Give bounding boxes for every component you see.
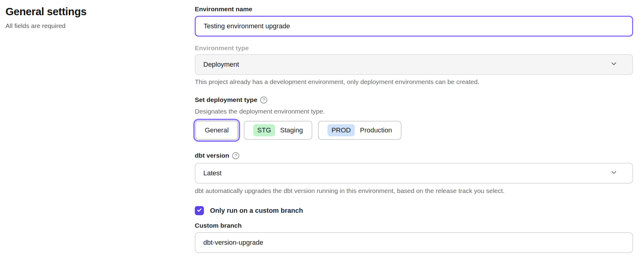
dbt-version-field: dbt version ? Latest dbt automatically u…: [195, 152, 633, 195]
deployment-type-production-button[interactable]: PROD Production: [318, 121, 401, 140]
deployment-type-options: General STG Staging PROD Production: [195, 119, 633, 142]
custom-branch-checkbox-label[interactable]: Only run on a custom branch: [210, 207, 303, 215]
production-option-label: Production: [360, 126, 392, 134]
environment-name-field: Environment name: [195, 5, 633, 37]
settings-form: Environment name Environment type Deploy…: [195, 0, 633, 253]
help-icon[interactable]: ?: [232, 152, 239, 159]
deployment-type-field: Set deployment type ? Designates the dep…: [195, 96, 633, 142]
deployment-type-helper: Designates the deployment environment ty…: [195, 108, 633, 115]
deployment-type-general-button[interactable]: General: [195, 121, 238, 140]
checkmark-icon: [196, 207, 202, 214]
deployment-type-staging-button[interactable]: STG Staging: [244, 121, 312, 140]
custom-branch-label: Custom branch: [195, 222, 633, 229]
custom-branch-input[interactable]: [195, 232, 633, 253]
environment-type-value: Deployment: [203, 61, 239, 68]
staging-badge: STG: [253, 124, 275, 136]
custom-branch-checkbox[interactable]: [195, 206, 204, 215]
page-subtitle: All fields are required: [5, 22, 195, 30]
settings-header: General settings All fields are required: [0, 0, 195, 253]
custom-branch-field: Custom branch: [195, 222, 633, 253]
staging-option-label: Staging: [280, 126, 303, 134]
environment-name-input[interactable]: [195, 16, 633, 37]
environment-settings-page: General settings All fields are required…: [0, 0, 644, 253]
environment-type-helper: This project already has a development e…: [195, 78, 633, 86]
environment-type-field: Environment type Deployment This project…: [195, 44, 633, 86]
page-title: General settings: [5, 5, 195, 18]
custom-branch-toggle-row: Only run on a custom branch: [195, 206, 633, 215]
chevron-down-icon: [610, 168, 618, 178]
chevron-down-icon: [610, 60, 618, 69]
environment-type-select[interactable]: Deployment: [195, 54, 633, 75]
dbt-version-label-text: dbt version: [195, 152, 229, 159]
deployment-type-label: Set deployment type ?: [195, 96, 633, 103]
environment-name-label: Environment name: [195, 5, 633, 13]
dbt-version-select[interactable]: Latest: [195, 163, 633, 184]
dbt-version-value: Latest: [203, 169, 222, 177]
help-icon[interactable]: ?: [260, 96, 267, 103]
dbt-version-helper: dbt automatically upgrades the dbt versi…: [195, 187, 633, 195]
production-badge: PROD: [327, 124, 355, 136]
general-option-label: General: [205, 126, 229, 134]
environment-type-label: Environment type: [195, 44, 633, 52]
deployment-type-label-text: Set deployment type: [195, 96, 257, 103]
dbt-version-label: dbt version ?: [195, 152, 633, 159]
